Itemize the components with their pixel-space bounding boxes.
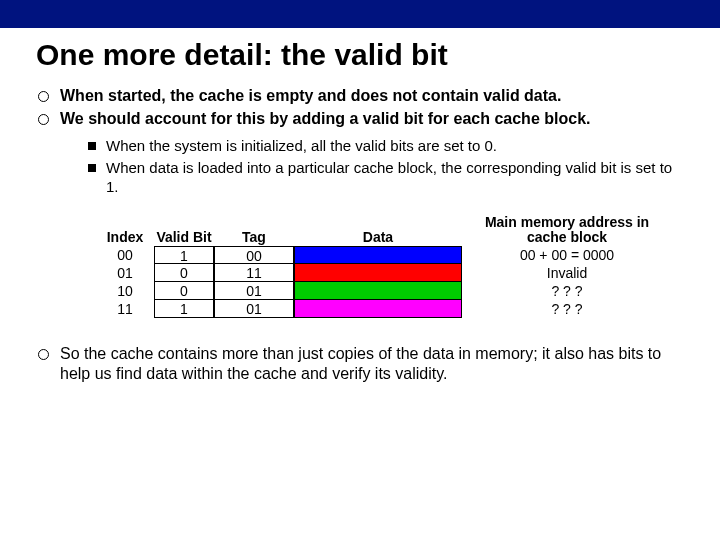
index-cell: 10	[96, 282, 154, 300]
data-cell	[294, 246, 462, 264]
col-mem-address: Main memory address in cache block 00 + …	[462, 214, 654, 318]
mem-cell: ? ? ?	[480, 300, 654, 318]
data-cell	[294, 282, 462, 300]
valid-cell: 1	[154, 300, 214, 318]
data-cell	[294, 264, 462, 282]
col-tag: Tag 00 11 01 01	[214, 214, 294, 318]
col-header: Data	[294, 214, 462, 246]
bullet-item: When started, the cache is empty and doe…	[36, 86, 684, 106]
index-cell: 11	[96, 300, 154, 318]
cache-table: Index 00 01 10 11 Valid Bit 1 0 0 1 Tag …	[96, 214, 684, 318]
mem-cell: ? ? ?	[480, 282, 654, 300]
tag-cell: 11	[214, 264, 294, 282]
valid-cell: 0	[154, 282, 214, 300]
sub-bullet-item: When data is loaded into a particular ca…	[88, 159, 684, 197]
bullet-text: We should account for this by adding a v…	[60, 110, 590, 127]
sub-bullet-text: When the system is initialized, all the …	[106, 137, 497, 154]
closing-bullet: So the cache contains more than just cop…	[36, 344, 684, 384]
mem-cell: Invalid	[480, 264, 654, 282]
tag-cell: 00	[214, 246, 294, 264]
bullet-item: We should account for this by adding a v…	[36, 109, 684, 196]
index-cell: 01	[96, 264, 154, 282]
mem-cell: 00 + 00 = 0000	[480, 246, 654, 264]
closing-bullet-list: So the cache contains more than just cop…	[36, 344, 684, 384]
col-data: Data	[294, 214, 462, 318]
col-header: Tag	[214, 214, 294, 246]
closing-text: So the cache contains more than just cop…	[60, 345, 661, 382]
sub-bullet-text: When data is loaded into a particular ca…	[106, 159, 672, 195]
valid-cell: 1	[154, 246, 214, 264]
sub-bullet-item: When the system is initialized, all the …	[88, 137, 684, 156]
page-title: One more detail: the valid bit	[36, 38, 684, 72]
sub-bullet-list: When the system is initialized, all the …	[88, 137, 684, 196]
col-index: Index 00 01 10 11	[96, 214, 154, 318]
top-banner	[0, 0, 720, 28]
valid-cell: 0	[154, 264, 214, 282]
col-header: Main memory address in cache block	[480, 214, 654, 246]
index-cell: 00	[96, 246, 154, 264]
bullet-text: When started, the cache is empty and doe…	[60, 87, 561, 104]
tag-cell: 01	[214, 282, 294, 300]
col-header: Valid Bit	[154, 214, 214, 246]
col-header: Index	[96, 214, 154, 246]
tag-cell: 01	[214, 300, 294, 318]
data-cell	[294, 300, 462, 318]
col-valid: Valid Bit 1 0 0 1	[154, 214, 214, 318]
main-bullet-list: When started, the cache is empty and doe…	[36, 86, 684, 196]
